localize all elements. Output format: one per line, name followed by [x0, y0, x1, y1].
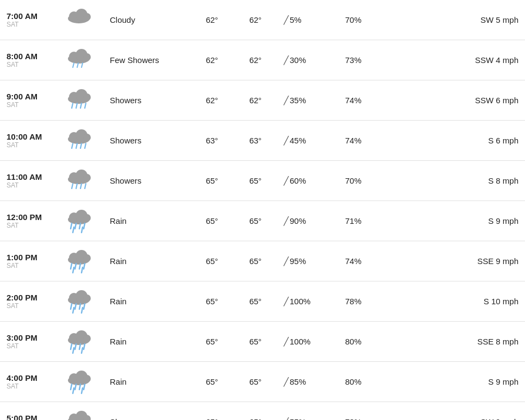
svg-line-82: [84, 384, 85, 390]
wind-cell: SSW 4 mph: [375, 40, 525, 80]
svg-line-80: [75, 384, 76, 390]
temp2-cell: 65°: [234, 161, 277, 201]
temp1-cell: 65°: [190, 201, 234, 241]
wind-cell: SSE 8 mph: [375, 322, 525, 362]
table-row: 3:00 PM SAT Rain 65° 65° ╱100%: [0, 322, 525, 362]
precip-cell: ╱35%: [277, 80, 332, 121]
weather-icon-cell: [54, 402, 103, 421]
svg-line-18: [85, 103, 86, 108]
day-label: SAT: [7, 262, 48, 269]
svg-line-59: [71, 304, 72, 309]
precip-cell: ╱90%: [277, 201, 332, 241]
weather-icon-cell: [54, 241, 103, 281]
time-cell: 10:00 AM SAT: [0, 121, 54, 161]
time-cell: 12:00 PM SAT: [0, 201, 54, 241]
svg-point-14: [83, 93, 91, 101]
precip-icon: ╱: [284, 297, 289, 306]
humidity-cell: 80%: [332, 322, 375, 362]
weather-icon-cell: [54, 40, 103, 80]
svg-line-9: [77, 63, 78, 67]
svg-line-10: [82, 63, 83, 67]
temp2-cell: 65°: [234, 362, 277, 402]
humidity-cell: 80%: [332, 362, 375, 402]
temp2-cell: 62°: [234, 40, 277, 80]
humidity-cell: 70%: [332, 0, 375, 40]
precip-cell: ╱5%: [277, 0, 332, 40]
humidity-cell: 74%: [332, 80, 375, 121]
precip-cell: ╱100%: [277, 281, 332, 322]
svg-line-70: [75, 344, 76, 349]
svg-line-44: [82, 227, 83, 233]
table-row: 7:00 AM SAT Cloudy 62° 62° ╱5% 70% SW 5 …: [0, 0, 525, 40]
precip-icon: ╱: [284, 216, 289, 225]
svg-line-32: [76, 184, 77, 189]
condition-cell: Rain: [103, 201, 190, 241]
svg-line-62: [84, 304, 85, 309]
weather-icon: [64, 25, 93, 34]
svg-line-64: [82, 308, 83, 313]
weather-icon-cell: [54, 322, 103, 362]
svg-point-48: [83, 254, 91, 262]
weather-icon-cell: [54, 281, 103, 322]
precip-icon: ╱: [284, 96, 289, 105]
time-label: 12:00 PM: [7, 212, 48, 222]
temp2-cell: 65°: [234, 281, 277, 322]
time-label: 8:00 AM: [7, 52, 48, 61]
svg-line-73: [73, 348, 74, 353]
humidity-cell: 78%: [332, 402, 375, 421]
time-cell: 9:00 AM SAT: [0, 80, 54, 121]
svg-point-58: [83, 294, 91, 302]
humidity-cell: 74%: [332, 121, 375, 161]
time-cell: 5:00 PM SAT: [0, 402, 54, 421]
svg-line-52: [84, 264, 85, 269]
svg-line-83: [73, 388, 74, 393]
svg-line-84: [82, 388, 83, 393]
day-label: SAT: [7, 342, 48, 350]
wind-cell: S 10 mph: [375, 281, 525, 322]
precip-icon: ╱: [284, 256, 289, 266]
humidity-cell: 73%: [332, 40, 375, 80]
precip-icon: ╱: [284, 417, 289, 421]
condition-cell: Showers: [103, 121, 190, 161]
time-label: 4:00 PM: [7, 373, 48, 383]
table-row: 2:00 PM SAT Rain 65° 65° ╱100%: [0, 281, 525, 322]
svg-line-34: [85, 184, 86, 189]
precip-cell: ╱95%: [277, 241, 332, 281]
table-row: 12:00 PM SAT Rain 65° 65° ╱90%: [0, 201, 525, 241]
day-label: SAT: [7, 383, 48, 390]
weather-table: 7:00 AM SAT Cloudy 62° 62° ╱5% 70% SW 5 …: [0, 0, 525, 420]
temp1-cell: 62°: [190, 40, 234, 80]
svg-line-24: [76, 143, 77, 148]
svg-line-25: [80, 143, 82, 148]
svg-line-54: [82, 267, 83, 273]
weather-icon: [64, 347, 93, 356]
day-label: SAT: [7, 21, 48, 28]
condition-cell: Showers: [103, 402, 190, 421]
svg-line-23: [72, 143, 73, 148]
time-label: 1:00 PM: [7, 253, 48, 262]
wind-cell: S 8 mph: [375, 161, 525, 201]
time-cell: 3:00 PM SAT: [0, 322, 54, 362]
svg-line-53: [73, 267, 74, 273]
svg-point-78: [83, 375, 91, 383]
day-label: SAT: [7, 302, 48, 310]
day-label: SAT: [7, 61, 48, 68]
condition-cell: Rain: [103, 241, 190, 281]
svg-line-40: [75, 223, 76, 229]
temp2-cell: 62°: [234, 0, 277, 40]
temp2-cell: 63°: [234, 121, 277, 161]
svg-line-74: [82, 348, 83, 353]
svg-point-38: [83, 214, 91, 222]
svg-point-68: [83, 335, 91, 342]
weather-icon-cell: [54, 80, 103, 121]
svg-line-42: [84, 223, 85, 229]
svg-point-3: [83, 13, 91, 21]
svg-line-33: [80, 184, 82, 189]
temp1-cell: 65°: [190, 241, 234, 281]
temp1-cell: 65°: [190, 161, 234, 201]
day-label: SAT: [7, 222, 48, 229]
time-cell: 1:00 PM SAT: [0, 241, 54, 281]
svg-line-17: [80, 103, 82, 108]
svg-line-79: [71, 384, 72, 390]
time-label: 5:00 PM: [7, 413, 48, 420]
